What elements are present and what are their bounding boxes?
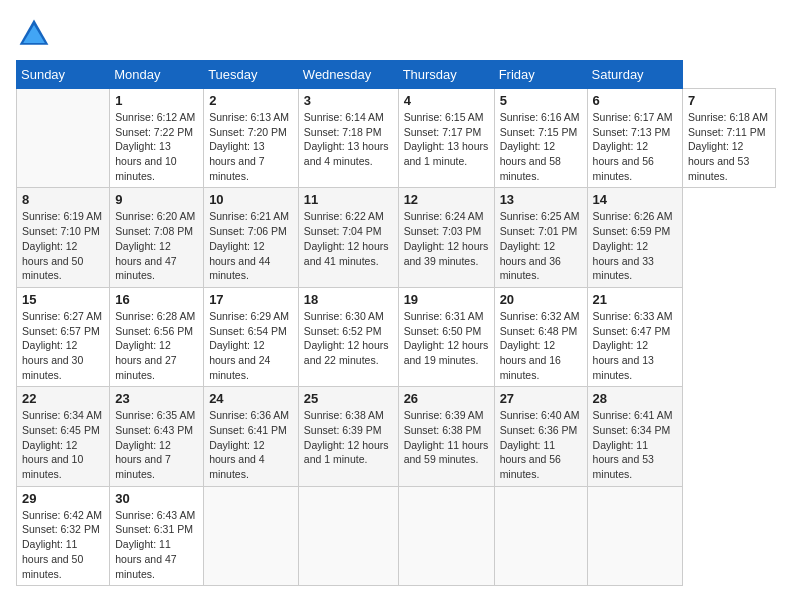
cell-text: Sunrise: 6:12 AMSunset: 7:22 PMDaylight:… (115, 110, 198, 183)
day-header-sunday: Sunday (17, 61, 110, 89)
day-number: 22 (22, 391, 104, 406)
day-number: 29 (22, 491, 104, 506)
calendar-cell (298, 486, 398, 585)
calendar-cell (587, 486, 682, 585)
day-number: 1 (115, 93, 198, 108)
day-number: 19 (404, 292, 489, 307)
day-number: 10 (209, 192, 293, 207)
day-number: 26 (404, 391, 489, 406)
day-number: 23 (115, 391, 198, 406)
day-number: 8 (22, 192, 104, 207)
calendar-week-row: 29Sunrise: 6:42 AMSunset: 6:32 PMDayligh… (17, 486, 776, 585)
cell-text: Sunrise: 6:36 AMSunset: 6:41 PMDaylight:… (209, 408, 293, 481)
calendar-cell: 13Sunrise: 6:25 AMSunset: 7:01 PMDayligh… (494, 188, 587, 287)
calendar-week-row: 22Sunrise: 6:34 AMSunset: 6:45 PMDayligh… (17, 387, 776, 486)
day-number: 28 (593, 391, 677, 406)
calendar-cell: 15Sunrise: 6:27 AMSunset: 6:57 PMDayligh… (17, 287, 110, 386)
cell-text: Sunrise: 6:25 AMSunset: 7:01 PMDaylight:… (500, 209, 582, 282)
day-header-tuesday: Tuesday (204, 61, 299, 89)
cell-text: Sunrise: 6:14 AMSunset: 7:18 PMDaylight:… (304, 110, 393, 169)
calendar-cell: 7Sunrise: 6:18 AMSunset: 7:11 PMDaylight… (682, 89, 775, 188)
day-number: 4 (404, 93, 489, 108)
calendar-cell (494, 486, 587, 585)
day-header-friday: Friday (494, 61, 587, 89)
cell-text: Sunrise: 6:19 AMSunset: 7:10 PMDaylight:… (22, 209, 104, 282)
cell-text: Sunrise: 6:39 AMSunset: 6:38 PMDaylight:… (404, 408, 489, 467)
cell-text: Sunrise: 6:31 AMSunset: 6:50 PMDaylight:… (404, 309, 489, 368)
day-number: 2 (209, 93, 293, 108)
day-number: 9 (115, 192, 198, 207)
cell-text: Sunrise: 6:15 AMSunset: 7:17 PMDaylight:… (404, 110, 489, 169)
day-number: 7 (688, 93, 770, 108)
day-number: 12 (404, 192, 489, 207)
calendar-cell: 16Sunrise: 6:28 AMSunset: 6:56 PMDayligh… (110, 287, 204, 386)
day-number: 16 (115, 292, 198, 307)
calendar-cell: 25Sunrise: 6:38 AMSunset: 6:39 PMDayligh… (298, 387, 398, 486)
calendar-cell: 4Sunrise: 6:15 AMSunset: 7:17 PMDaylight… (398, 89, 494, 188)
cell-text: Sunrise: 6:38 AMSunset: 6:39 PMDaylight:… (304, 408, 393, 467)
cell-text: Sunrise: 6:40 AMSunset: 6:36 PMDaylight:… (500, 408, 582, 481)
day-number: 5 (500, 93, 582, 108)
calendar-cell: 11Sunrise: 6:22 AMSunset: 7:04 PMDayligh… (298, 188, 398, 287)
cell-text: Sunrise: 6:42 AMSunset: 6:32 PMDaylight:… (22, 508, 104, 581)
day-number: 18 (304, 292, 393, 307)
calendar-cell: 14Sunrise: 6:26 AMSunset: 6:59 PMDayligh… (587, 188, 682, 287)
day-number: 20 (500, 292, 582, 307)
calendar-cell: 17Sunrise: 6:29 AMSunset: 6:54 PMDayligh… (204, 287, 299, 386)
cell-text: Sunrise: 6:29 AMSunset: 6:54 PMDaylight:… (209, 309, 293, 382)
cell-text: Sunrise: 6:13 AMSunset: 7:20 PMDaylight:… (209, 110, 293, 183)
calendar-cell: 28Sunrise: 6:41 AMSunset: 6:34 PMDayligh… (587, 387, 682, 486)
day-header-saturday: Saturday (587, 61, 682, 89)
calendar-cell: 18Sunrise: 6:30 AMSunset: 6:52 PMDayligh… (298, 287, 398, 386)
day-header-monday: Monday (110, 61, 204, 89)
page-header (16, 16, 776, 52)
calendar-cell: 19Sunrise: 6:31 AMSunset: 6:50 PMDayligh… (398, 287, 494, 386)
day-number: 3 (304, 93, 393, 108)
cell-text: Sunrise: 6:41 AMSunset: 6:34 PMDaylight:… (593, 408, 677, 481)
cell-text: Sunrise: 6:34 AMSunset: 6:45 PMDaylight:… (22, 408, 104, 481)
calendar-table: SundayMondayTuesdayWednesdayThursdayFrid… (16, 60, 776, 586)
calendar-header-row: SundayMondayTuesdayWednesdayThursdayFrid… (17, 61, 776, 89)
calendar-cell: 26Sunrise: 6:39 AMSunset: 6:38 PMDayligh… (398, 387, 494, 486)
calendar-week-row: 8Sunrise: 6:19 AMSunset: 7:10 PMDaylight… (17, 188, 776, 287)
calendar-cell: 9Sunrise: 6:20 AMSunset: 7:08 PMDaylight… (110, 188, 204, 287)
cell-text: Sunrise: 6:22 AMSunset: 7:04 PMDaylight:… (304, 209, 393, 268)
calendar-cell (17, 89, 110, 188)
day-number: 25 (304, 391, 393, 406)
day-number: 24 (209, 391, 293, 406)
calendar-cell (398, 486, 494, 585)
cell-text: Sunrise: 6:35 AMSunset: 6:43 PMDaylight:… (115, 408, 198, 481)
cell-text: Sunrise: 6:32 AMSunset: 6:48 PMDaylight:… (500, 309, 582, 382)
calendar-cell: 1Sunrise: 6:12 AMSunset: 7:22 PMDaylight… (110, 89, 204, 188)
day-number: 21 (593, 292, 677, 307)
cell-text: Sunrise: 6:30 AMSunset: 6:52 PMDaylight:… (304, 309, 393, 368)
cell-text: Sunrise: 6:28 AMSunset: 6:56 PMDaylight:… (115, 309, 198, 382)
cell-text: Sunrise: 6:27 AMSunset: 6:57 PMDaylight:… (22, 309, 104, 382)
cell-text: Sunrise: 6:20 AMSunset: 7:08 PMDaylight:… (115, 209, 198, 282)
cell-text: Sunrise: 6:33 AMSunset: 6:47 PMDaylight:… (593, 309, 677, 382)
calendar-cell: 23Sunrise: 6:35 AMSunset: 6:43 PMDayligh… (110, 387, 204, 486)
calendar-cell: 12Sunrise: 6:24 AMSunset: 7:03 PMDayligh… (398, 188, 494, 287)
day-header-thursday: Thursday (398, 61, 494, 89)
calendar-cell: 3Sunrise: 6:14 AMSunset: 7:18 PMDaylight… (298, 89, 398, 188)
calendar-cell: 10Sunrise: 6:21 AMSunset: 7:06 PMDayligh… (204, 188, 299, 287)
calendar-cell: 2Sunrise: 6:13 AMSunset: 7:20 PMDaylight… (204, 89, 299, 188)
cell-text: Sunrise: 6:26 AMSunset: 6:59 PMDaylight:… (593, 209, 677, 282)
day-header-wednesday: Wednesday (298, 61, 398, 89)
day-number: 30 (115, 491, 198, 506)
calendar-cell: 21Sunrise: 6:33 AMSunset: 6:47 PMDayligh… (587, 287, 682, 386)
day-number: 17 (209, 292, 293, 307)
cell-text: Sunrise: 6:16 AMSunset: 7:15 PMDaylight:… (500, 110, 582, 183)
calendar-cell: 29Sunrise: 6:42 AMSunset: 6:32 PMDayligh… (17, 486, 110, 585)
calendar-cell (204, 486, 299, 585)
logo (16, 16, 56, 52)
day-number: 15 (22, 292, 104, 307)
logo-icon (16, 16, 52, 52)
calendar-week-row: 15Sunrise: 6:27 AMSunset: 6:57 PMDayligh… (17, 287, 776, 386)
calendar-cell: 20Sunrise: 6:32 AMSunset: 6:48 PMDayligh… (494, 287, 587, 386)
cell-text: Sunrise: 6:43 AMSunset: 6:31 PMDaylight:… (115, 508, 198, 581)
day-number: 11 (304, 192, 393, 207)
cell-text: Sunrise: 6:21 AMSunset: 7:06 PMDaylight:… (209, 209, 293, 282)
calendar-cell: 6Sunrise: 6:17 AMSunset: 7:13 PMDaylight… (587, 89, 682, 188)
day-number: 13 (500, 192, 582, 207)
